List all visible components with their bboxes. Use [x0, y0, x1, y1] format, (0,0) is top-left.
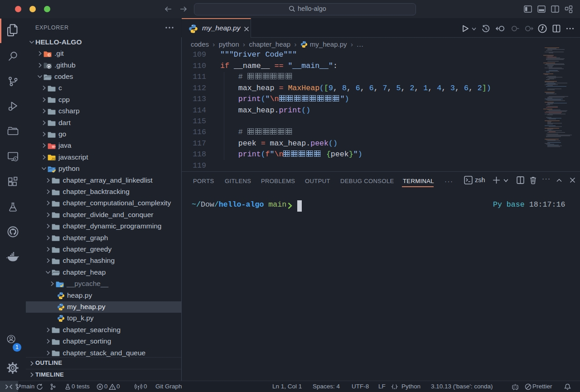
svg-text:JS: JS — [51, 157, 55, 161]
